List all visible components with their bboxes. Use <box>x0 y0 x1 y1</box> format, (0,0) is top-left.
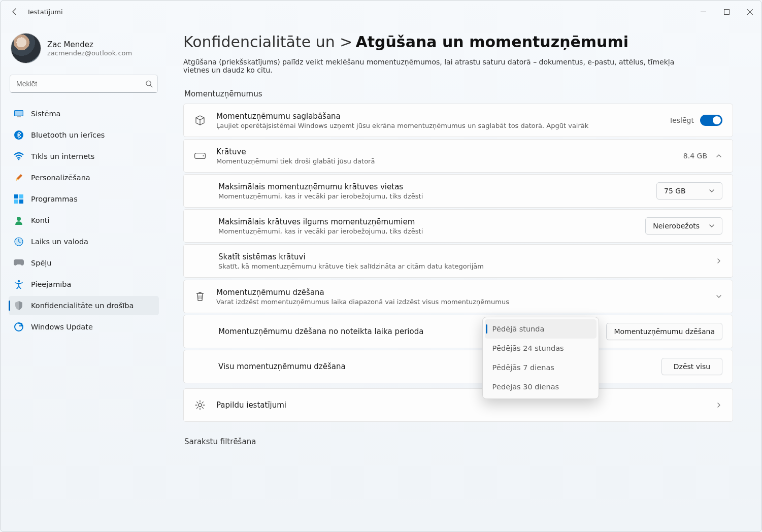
toggle-switch-on[interactable] <box>700 115 722 126</box>
close-icon <box>747 9 753 15</box>
chevron-down-icon <box>709 223 715 229</box>
accessibility-icon <box>14 279 24 289</box>
card-subtitle: Momentuzņēmumi, kas ir vecāki par ierobe… <box>218 227 635 235</box>
breadcrumb: Konfidencialitāte un > Atgūšana un momen… <box>183 33 733 51</box>
drive-icon <box>194 153 206 159</box>
chevron-up-icon <box>715 152 722 159</box>
cube-icon <box>194 115 206 126</box>
card-advanced-settings[interactable]: Papildu iestatījumi <box>183 388 733 422</box>
card-title: Maksimālais krātuves ilgums momentuzņēmu… <box>218 217 635 226</box>
svg-rect-7 <box>14 194 18 198</box>
dropdown-option[interactable]: Pēdējās 30 dienas <box>485 377 597 396</box>
sidebar-item-accounts[interactable]: Konti <box>9 211 159 230</box>
card-title: Maksimālais momentuzņēmumu krātuves viet… <box>218 182 646 191</box>
select-max-duration[interactable]: Neierobežots <box>645 217 722 235</box>
shield-icon <box>14 301 24 311</box>
sidebar-item-label: Konfidencialitāte un drošība <box>31 302 134 310</box>
svg-point-16 <box>203 155 204 156</box>
bluetooth-icon <box>14 130 24 140</box>
sidebar-item-label: Pieejamība <box>31 280 71 288</box>
card-delete-snapshots[interactable]: Momentuzņēmumu dzēšana Varat izdzēst mom… <box>183 280 733 313</box>
window-controls <box>691 4 761 20</box>
main-content: Konfidencialitāte un > Atgūšana un momen… <box>163 23 761 531</box>
wifi-icon <box>14 151 24 161</box>
sidebar-item-accessibility[interactable]: Pieejamība <box>9 275 159 294</box>
sidebar-item-network[interactable]: Tīkls un internets <box>9 147 159 166</box>
card-title: Skatīt sistēmas krātuvi <box>218 252 705 261</box>
card-view-storage[interactable]: Skatīt sistēmas krātuvi Skatīt, kā momen… <box>183 244 733 278</box>
update-icon <box>14 322 24 332</box>
window-title: Iestatījumi <box>28 8 63 16</box>
person-icon <box>14 215 24 225</box>
card-max-duration: Maksimālais krātuves ilgums momentuzņēmu… <box>183 209 733 243</box>
apps-icon <box>14 194 24 204</box>
brush-icon <box>14 173 24 183</box>
trash-icon <box>194 291 206 302</box>
card-delete-all: Visu momentuzņēmumu dzēšana Dzēst visu <box>183 350 733 383</box>
search-input[interactable] <box>10 75 158 93</box>
sidebar-item-label: Spēļu <box>31 259 52 267</box>
card-delete-range: Momentuzņēmumu dzēšana no noteikta laika… <box>183 315 733 348</box>
card-subtitle: Varat izdzēst momentuzņēmumus laika diap… <box>216 298 705 306</box>
card-title: Momentuzņēmumu saglabāšana <box>216 112 660 121</box>
sidebar-item-apps[interactable]: Programmas <box>9 189 159 209</box>
svg-rect-10 <box>19 200 23 204</box>
page-description: Atgūšana (priekšskatījums) palīdz veikt … <box>183 58 691 74</box>
svg-rect-0 <box>724 9 729 14</box>
svg-rect-4 <box>17 117 21 118</box>
sidebar-item-label: Bluetooth un ierīces <box>31 131 105 139</box>
sidebar-item-gaming[interactable]: Spēļu <box>9 253 159 273</box>
svg-rect-3 <box>15 111 22 115</box>
profile-email: zacmendez@outlook.com <box>47 49 132 57</box>
maximize-icon <box>724 9 730 15</box>
select-value: Neierobežots <box>653 222 700 230</box>
sidebar-item-label: Sistēma <box>31 110 60 118</box>
breadcrumb-category[interactable]: Konfidencialitāte un > <box>183 33 352 51</box>
back-button[interactable] <box>7 4 23 20</box>
card-storage[interactable]: Krātuve Momentuzņēmumi tiek droši glabāt… <box>183 139 733 173</box>
page-title: Atgūšana un momentuzņēmumi <box>355 33 628 51</box>
delete-all-button[interactable]: Dzēst visu <box>661 358 722 375</box>
system-icon <box>14 109 24 119</box>
sidebar-item-system[interactable]: Sistēma <box>9 104 159 123</box>
card-max-space: Maksimālais momentuzņēmumu krātuves viet… <box>183 174 733 208</box>
chevron-down-icon <box>715 293 722 300</box>
maximize-button[interactable] <box>715 4 738 20</box>
svg-point-11 <box>17 217 21 221</box>
sidebar-item-privacy[interactable]: Konfidencialitāte un drošība <box>9 296 159 315</box>
dropdown-option[interactable]: Pēdējās 24 stundas <box>485 339 597 358</box>
card-subtitle: Momentuzņēmumi, kas ir vecāki par ierobe… <box>218 192 646 200</box>
sidebar-item-windows-update[interactable]: Windows Update <box>9 317 159 337</box>
svg-point-13 <box>18 280 20 282</box>
gamepad-icon <box>14 258 24 268</box>
card-save-snapshots: Momentuzņēmumu saglabāšana Ļaujiet operē… <box>183 104 733 137</box>
toggle-state-label: Ieslēgt <box>670 116 694 124</box>
minimize-button[interactable] <box>691 4 715 20</box>
sidebar-item-personalization[interactable]: Personalizēšana <box>9 168 159 187</box>
sidebar-item-label: Laiks un valoda <box>31 238 88 246</box>
dropdown-option[interactable]: Pēdējās 7 dienas <box>485 358 597 377</box>
svg-rect-9 <box>14 200 18 204</box>
profile-block[interactable]: Zac Mendez zacmendez@outlook.com <box>9 31 159 73</box>
sidebar-item-label: Personalizēšana <box>31 174 90 182</box>
chevron-down-icon <box>709 188 715 194</box>
clock-icon <box>14 237 24 247</box>
close-button[interactable] <box>738 4 761 20</box>
chevron-right-icon <box>715 402 722 409</box>
profile-name: Zac Mendez <box>47 40 132 49</box>
sidebar: Zac Mendez zacmendez@outlook.com Sistēma… <box>1 23 163 531</box>
card-title: Momentuzņēmumu dzēšana <box>216 288 705 297</box>
delete-range-button[interactable]: Momentuzņēmumu dzēšana <box>606 323 722 340</box>
card-title: Papildu iestatījumi <box>216 401 705 410</box>
card-subtitle: Momentuzņēmumi tiek droši glabāti jūsu d… <box>216 157 673 165</box>
select-max-space[interactable]: 75 GB <box>656 182 722 200</box>
sidebar-item-label: Tīkls un internets <box>31 152 94 160</box>
search-box[interactable] <box>10 75 158 93</box>
section-snapshots-label: Momentuzņēmumus <box>184 89 733 98</box>
toggle-save-snapshots[interactable]: Ieslēgt <box>670 115 722 126</box>
sidebar-item-time-language[interactable]: Laiks un valoda <box>9 232 159 251</box>
arrow-left-icon <box>11 8 19 16</box>
sidebar-item-bluetooth[interactable]: Bluetooth un ierīces <box>9 125 159 145</box>
dropdown-option[interactable]: Pēdējā stunda <box>485 319 597 339</box>
dropdown-time-range[interactable]: Pēdējā stunda Pēdējās 24 stundas Pēdējās… <box>482 317 599 399</box>
